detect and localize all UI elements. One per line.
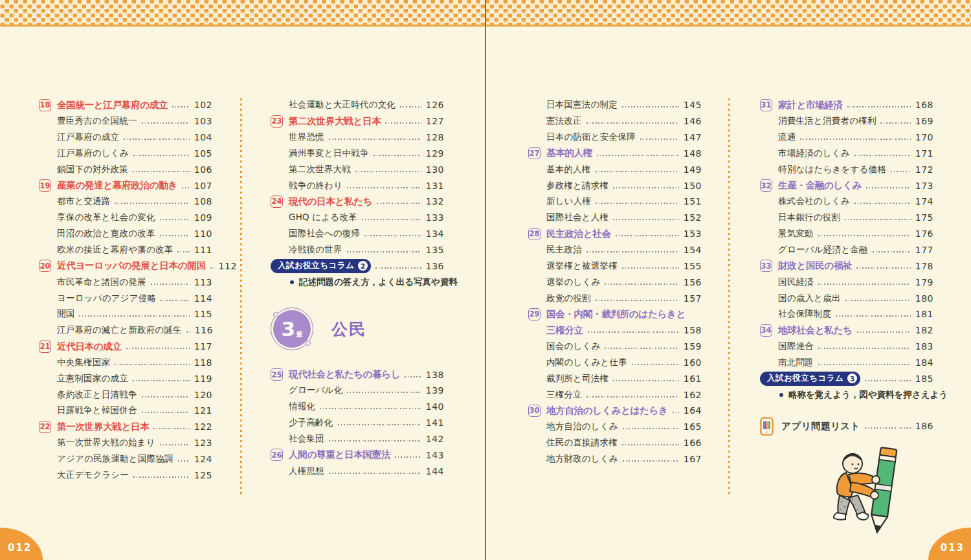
dotted-leader xyxy=(320,408,421,409)
app-list-label: アプリ問題リスト xyxy=(781,420,860,432)
bullet-marker xyxy=(290,280,294,284)
page-number: 127 xyxy=(426,116,444,126)
section-number-badge: 19 xyxy=(39,179,51,192)
dotted-leader xyxy=(818,348,911,349)
subsection-title: 中央集権国家 xyxy=(57,357,110,368)
dotted-leader xyxy=(400,106,421,107)
subsection-title: 新しい人権 xyxy=(546,196,591,207)
chapter-suffix: 章 xyxy=(296,330,303,339)
subsection-title: 満州事変と日中戦争 xyxy=(289,148,369,159)
section-number-badge: 33 xyxy=(760,260,772,272)
subsection-title: 市民革命と諸国の発展 xyxy=(57,276,146,288)
toc-entry-row: GHQ による改革133 xyxy=(271,210,444,226)
dotted-leader xyxy=(845,219,911,220)
dotted-leader xyxy=(623,428,679,429)
toc-entry-row: 国際社会と人権152 xyxy=(528,210,702,226)
subsection-title: 国民経済 xyxy=(778,276,814,288)
page-number: 136 xyxy=(426,261,444,271)
page-number: 115 xyxy=(194,309,212,319)
toc-entry-row: 冷戦後の世界135 xyxy=(271,242,444,258)
subsection-title: 消費生活と消費者の権利 xyxy=(778,115,876,127)
section-title: 第二次世界大戦と日本 xyxy=(289,115,381,128)
page-number: 176 xyxy=(915,229,933,239)
section-title: 地方自治のしくみとはたらき xyxy=(546,405,668,417)
subsection-title: 内閣のしくみと仕事 xyxy=(546,357,627,368)
dotted-leader xyxy=(126,348,190,349)
toc-entry-row: 中央集権国家118 xyxy=(39,355,212,371)
toc-entry-row: 少子高齢化141 xyxy=(271,415,444,431)
toc-entry-row: 入試お役立ちコラム3185 xyxy=(760,370,933,386)
page-number: 134 xyxy=(426,229,444,239)
page-number: 140 xyxy=(426,401,444,412)
dotted-leader xyxy=(177,251,189,252)
subsection-title: 都市と交通路 xyxy=(57,196,111,207)
page-number: 159 xyxy=(684,341,702,352)
subsection-title: 選挙のしくみ xyxy=(546,276,600,288)
section-number-badge: 25 xyxy=(271,368,283,381)
dotted-leader xyxy=(151,284,190,285)
dotted-leader xyxy=(395,456,421,458)
subsection-title: 第二次世界大戦 xyxy=(289,164,351,175)
toc-entry-row: 23第二次世界大戦と日本127 xyxy=(271,113,444,129)
page-number: 166 xyxy=(684,438,702,448)
dotted-leader xyxy=(632,364,679,365)
page-number: 111 xyxy=(194,245,212,255)
section-title: 近代ヨーロッパの発展と日本の開国 xyxy=(57,260,206,272)
smartphone-icon xyxy=(760,417,774,436)
toc-entry-row: 20近代ヨーロッパの発展と日本の開国112 xyxy=(39,258,212,274)
subsection-title: 南北問題 xyxy=(778,357,814,368)
page-number: 169 xyxy=(915,116,933,126)
section-title: 財政と国民の福祉 xyxy=(778,260,852,272)
page-number: 158 xyxy=(684,325,702,335)
subsection-title: 裁判所と司法権 xyxy=(546,373,608,385)
page-number: 133 xyxy=(426,212,444,223)
toc-entry-row: 25現代社会と私たちの暮らし138 xyxy=(271,366,444,383)
exam-column-badge: 入試お役立ちコラム3 xyxy=(760,372,860,386)
toc-entry-row: 都市と交通路108 xyxy=(39,194,212,210)
page-number: 103 xyxy=(194,116,212,126)
dotted-leader xyxy=(613,380,679,381)
toc-entry-row: 基本的人権149 xyxy=(528,161,702,177)
toc-entry-row: 条約改正と日清戦争120 xyxy=(39,386,212,403)
dotted-leader xyxy=(172,106,190,107)
subsection-title: 景気変動 xyxy=(778,228,814,240)
subsection-title: アジアの民族運動と国際協調 xyxy=(57,453,173,465)
section-number-badge: 28 xyxy=(528,228,541,240)
spacer xyxy=(760,403,933,418)
exam-column-number: 2 xyxy=(358,261,368,271)
page-number: 164 xyxy=(684,405,702,416)
toc-entry-row: 開国115 xyxy=(39,306,212,322)
toc-bullet-row: 記述問題の答え方，よく出る写真や資料 xyxy=(271,274,444,290)
subsection-title: 日本銀行の役割 xyxy=(778,212,840,223)
dotted-leader xyxy=(613,219,679,220)
page-number: 112 xyxy=(219,261,237,271)
dotted-leader xyxy=(854,155,911,156)
section-title: 全国統一と江戸幕府の成立 xyxy=(57,99,168,111)
page-number: 121 xyxy=(194,405,212,416)
toc-entry-row: 国民経済179 xyxy=(760,274,933,290)
subsection-title: 冷戦後の世界 xyxy=(289,244,342,256)
toc-entry-row: 欧米の接近と幕府や藩の改革111 xyxy=(39,242,212,258)
toc-entry-row: 第二次世界大戦130 xyxy=(271,161,444,177)
toc-entry-row: グローバル経済と金融177 xyxy=(760,242,933,258)
toc-entry-row: 33財政と国民の福祉178 xyxy=(760,258,933,274)
subsection-title: 株式会社のしくみ xyxy=(778,196,850,207)
dotted-leader xyxy=(115,364,190,365)
dotted-leader xyxy=(329,440,421,442)
toc-bullet-row: 略称を覚えよう，図や資料を押さえよう xyxy=(760,386,933,403)
page-number: 180 xyxy=(915,293,933,304)
page-number: 173 xyxy=(915,181,933,191)
dotted-leader xyxy=(818,284,911,285)
toc-entry-row: 三権分立162 xyxy=(528,386,702,403)
subsection-title: 日露戦争と韓国併合 xyxy=(57,405,137,416)
dotted-leader xyxy=(588,331,679,333)
app-list-row: アプリ問題リスト186 xyxy=(760,418,933,434)
subsection-title: 享保の改革と社会の変化 xyxy=(57,212,155,223)
page-number: 146 xyxy=(684,116,702,126)
dotted-leader xyxy=(586,251,679,252)
page-number: 119 xyxy=(194,374,212,384)
toc-entry-row: 特別なはたらきをする価格172 xyxy=(760,161,933,177)
page-number: 114 xyxy=(194,293,212,304)
page-number: 108 xyxy=(194,196,212,207)
dotted-leader xyxy=(596,300,679,301)
